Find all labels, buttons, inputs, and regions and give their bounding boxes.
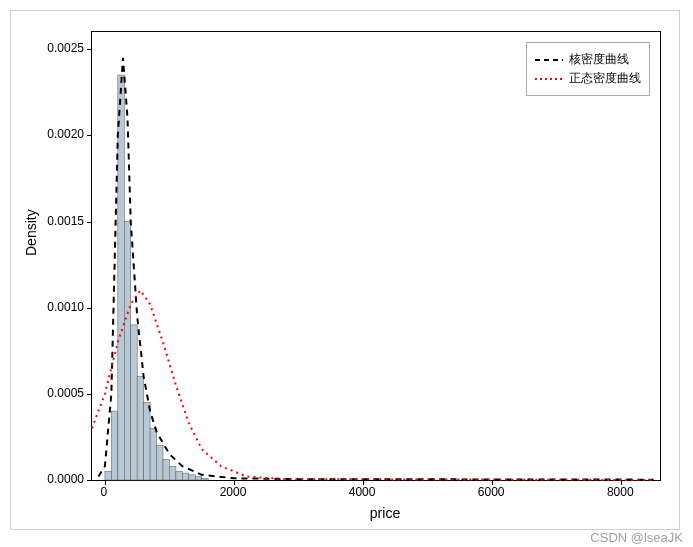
y-tick-mark bbox=[87, 480, 92, 481]
x-tick-label: 4000 bbox=[349, 485, 376, 499]
legend-swatch-kde bbox=[535, 54, 563, 66]
legend-entry-kde: 核密度曲线 bbox=[535, 51, 641, 68]
y-tick-mark bbox=[87, 394, 92, 395]
density-curves bbox=[92, 32, 660, 480]
legend: 核密度曲线 正态密度曲线 bbox=[526, 42, 650, 96]
y-tick-label: 0.0025 bbox=[47, 41, 84, 55]
y-tick-mark bbox=[87, 222, 92, 223]
legend-swatch-normal bbox=[535, 73, 563, 85]
y-tick-label: 0.0010 bbox=[47, 300, 84, 314]
plot-area: 核密度曲线 正态密度曲线 bbox=[91, 31, 661, 481]
figure-border: 核密度曲线 正态密度曲线 0.00000.00050.00100.00150.0… bbox=[10, 10, 680, 530]
y-tick-mark bbox=[87, 49, 92, 50]
x-tick-label: 8000 bbox=[607, 485, 634, 499]
legend-label-normal: 正态密度曲线 bbox=[569, 70, 641, 87]
x-tick-label: 0 bbox=[101, 485, 108, 499]
y-tick-label: 0.0000 bbox=[47, 472, 84, 486]
legend-label-kde: 核密度曲线 bbox=[569, 51, 629, 68]
x-tick-label: 2000 bbox=[220, 485, 247, 499]
y-tick-label: 0.0020 bbox=[47, 127, 84, 141]
y-tick-mark bbox=[87, 308, 92, 309]
x-tick-label: 6000 bbox=[478, 485, 505, 499]
y-tick-label: 0.0005 bbox=[47, 386, 84, 400]
y-tick-label: 0.0015 bbox=[47, 214, 84, 228]
watermark: CSDN @lseaJK bbox=[590, 530, 683, 545]
x-axis-label: price bbox=[370, 505, 400, 521]
legend-entry-normal: 正态密度曲线 bbox=[535, 70, 641, 87]
y-axis-label: Density bbox=[23, 209, 39, 256]
y-tick-mark bbox=[87, 135, 92, 136]
